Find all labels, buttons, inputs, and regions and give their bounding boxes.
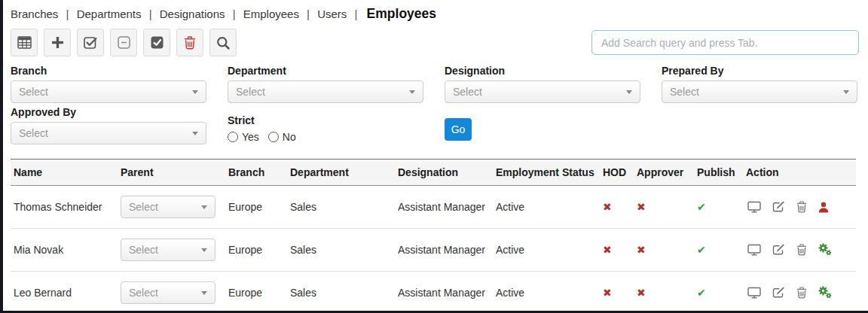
filter-department-select[interactable]: Select [228,81,423,103]
col-header-employment-status: Employment Status [493,160,600,186]
trash-icon[interactable] [796,287,807,299]
check-square-icon [84,36,97,49]
edit-icon[interactable] [772,287,785,299]
cell-name: Mia Novak [11,229,118,272]
approver-cross-mark: ✖ [634,272,694,313]
trash-icon[interactable] [796,244,807,256]
strict-no-label: No [283,131,296,143]
approver-cross-mark: ✖ [634,229,694,272]
cell-branch: Europe [225,229,287,272]
filter-strict: Strict Yes No [228,106,445,144]
publish-check-mark: ✔ [694,229,743,272]
monitor-icon[interactable] [747,287,761,299]
search-button[interactable] [209,29,237,56]
filters-grid: Branch Select Department Select Designat… [11,65,865,144]
cell-action [743,272,856,313]
filter-department-label: Department [228,65,445,77]
deselect-button[interactable] [110,29,137,56]
table-grid-button[interactable] [11,29,38,56]
filter-department: Department Select [228,65,445,103]
col-header-approver: Approver [634,160,694,186]
toolbar-row [11,29,859,56]
breadcrumb-link-branches[interactable]: Branches [11,8,58,20]
go-button[interactable]: Go [445,118,472,141]
edit-icon[interactable] [772,201,785,213]
cell-name: Leo Bernard [11,272,118,313]
edit-icon[interactable] [772,244,785,256]
col-header-designation: Designation [395,160,493,186]
cell-parent: Select [118,186,225,229]
cell-action [743,186,856,229]
filter-branch-select[interactable]: Select [11,81,206,103]
breadcrumb-separator: | [66,8,69,20]
trash-icon[interactable] [796,201,807,213]
filter-approved-by-select-value: Select [19,127,48,139]
table-grid-icon [17,36,32,49]
breadcrumb-link-designations[interactable]: Designations [160,8,225,20]
gears-icon[interactable] [818,286,833,299]
cell-parent: Select [118,229,225,272]
breadcrumb-link-users[interactable]: Users [317,8,347,20]
filters-empty-cell [662,106,868,144]
trash-icon [184,36,196,50]
cell-action [743,229,856,272]
chevron-down-icon [409,90,415,94]
gears-icon[interactable] [818,243,833,257]
breadcrumb-separator: | [355,8,358,20]
chevron-down-icon [201,248,207,252]
chevron-down-icon [192,132,198,135]
toolbar [11,29,237,56]
col-header-hod: HOD [600,160,634,186]
parent-select-value: Select [129,244,158,256]
hod-cross-mark: ✖ [600,272,634,313]
cell-employment-status: Active [493,229,600,272]
parent-select-value: Select [129,287,158,299]
parent-select[interactable]: Select [121,196,215,218]
breadcrumb-link-departments[interactable]: Departments [77,8,142,20]
search-input[interactable] [591,30,859,55]
filter-designation-select[interactable]: Select [445,81,640,103]
select-all-button[interactable] [77,29,104,56]
cell-designation: Assistant Manager [395,186,493,229]
table-row: Leo Bernard Select Europe Sales Assistan… [11,272,856,313]
parent-select-value: Select [129,201,158,213]
filter-prepared-by: Prepared By Select [662,65,868,103]
strict-yes-option[interactable]: Yes [228,131,259,143]
add-button[interactable] [44,29,71,56]
employees-page: Branches | Departments | Designations | … [3,0,865,311]
cell-name: Thomas Schneider [11,186,118,229]
col-header-name: Name [11,160,118,186]
chevron-down-icon [843,90,849,94]
cell-department: Sales [287,272,395,313]
selected-toggle-button[interactable] [143,29,170,56]
parent-select[interactable]: Select [121,281,215,304]
cell-employment-status: Active [493,272,600,313]
parent-select[interactable]: Select [121,239,215,261]
strict-yes-label: Yes [242,131,259,143]
col-header-action: Action [743,160,856,186]
radio-icon[interactable] [228,132,238,142]
delete-button[interactable] [176,29,203,56]
minus-square-icon [118,36,130,49]
publish-check-mark: ✔ [694,272,743,313]
col-header-publish: Publish [694,160,743,186]
monitor-icon[interactable] [747,201,761,213]
breadcrumb-link-employees[interactable]: Employees [243,8,299,20]
cell-department: Sales [287,229,395,272]
filter-approved-by-select[interactable]: Select [11,122,206,144]
chevron-down-icon [192,90,198,94]
user-icon[interactable] [818,202,829,213]
employees-table: Name Parent Branch Department Designatio… [11,159,856,313]
strict-no-option[interactable]: No [268,131,296,143]
go-cell: Go [445,106,662,144]
strict-radio-group: Yes No [228,131,445,143]
monitor-icon[interactable] [747,244,761,256]
filter-prepared-by-select[interactable]: Select [662,81,857,103]
filter-designation-label: Designation [445,65,662,77]
col-header-department: Department [287,160,395,186]
hod-cross-mark: ✖ [600,186,634,229]
checked-filled-icon [151,36,164,49]
filter-branch-label: Branch [11,65,228,77]
filter-department-select-value: Select [236,86,265,98]
radio-icon[interactable] [268,132,279,142]
